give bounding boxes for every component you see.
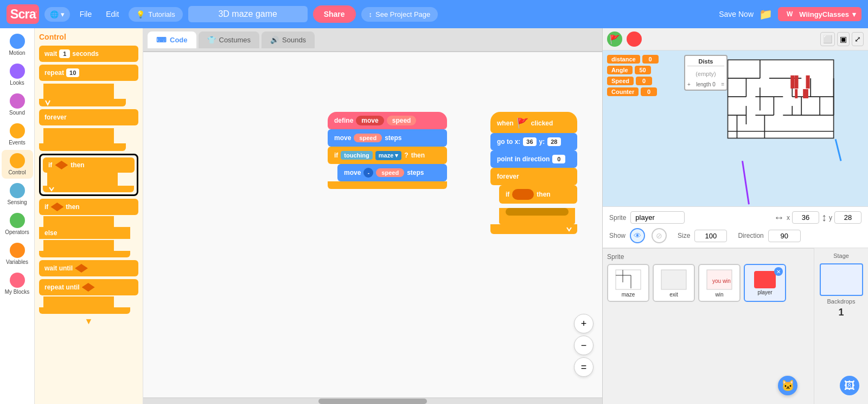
x-coord-input[interactable] bbox=[792, 211, 819, 224]
tab-sounds[interactable]: 🔊 Sounds bbox=[261, 31, 315, 48]
editor-canvas[interactable]: define move speed move speed steps if to… bbox=[143, 52, 602, 404]
var-angle: Angle 50 bbox=[607, 66, 659, 74]
tab-code[interactable]: ⌨ Code bbox=[148, 31, 196, 48]
forever-block[interactable]: forever bbox=[39, 109, 138, 125]
dists-list: Dists (empty) + length 0 = bbox=[684, 55, 727, 91]
project-name-input[interactable] bbox=[188, 6, 308, 22]
sensing-dot bbox=[10, 183, 25, 198]
wait-block[interactable]: wait 1 seconds bbox=[39, 46, 138, 62]
svg-rect-33 bbox=[661, 270, 686, 289]
topbar: Scratch 🌐 ▾ File Edit 💡 Tutorials Share … bbox=[0, 0, 868, 28]
add-sprite-button[interactable]: 🐱 bbox=[778, 376, 797, 395]
sidebar-item-myblocks[interactable]: My Blocks bbox=[2, 269, 33, 298]
zoom-out-button[interactable]: − bbox=[574, 336, 593, 355]
inner-block: move - speed steps bbox=[337, 164, 447, 181]
move-neg-speed-block[interactable]: move - speed steps bbox=[337, 164, 447, 181]
remix-icon: ↕ bbox=[369, 10, 373, 18]
zoom-in-button[interactable]: + bbox=[574, 314, 593, 333]
horizontal-scrollbar[interactable] bbox=[143, 397, 602, 404]
sidebar-item-variables[interactable]: Variables bbox=[2, 239, 33, 268]
sprite-name-input[interactable] bbox=[630, 211, 685, 224]
var-distance: distance 0 bbox=[607, 55, 659, 64]
sound-label: Sound bbox=[9, 110, 25, 116]
small-view-button[interactable]: ⬜ bbox=[820, 32, 835, 46]
ifelse-body1 bbox=[43, 216, 114, 227]
view-controls: ⬜ ▣ ⤢ bbox=[820, 32, 864, 46]
direction-input[interactable] bbox=[768, 230, 801, 242]
user-avatar[interactable]: W WiingyClasses ▾ bbox=[778, 7, 861, 21]
sidebar-item-operators[interactable]: Operators bbox=[2, 210, 33, 238]
forever-block-editor[interactable]: forever bbox=[490, 168, 577, 185]
point-direction-block[interactable]: point in direction 0 bbox=[490, 150, 577, 168]
editor-area: ⌨ Code 👕 Costumes 🔊 Sounds define move s… bbox=[143, 28, 602, 404]
folder-icon[interactable]: 📁 bbox=[759, 8, 773, 21]
fullscreen-button[interactable]: ⤢ bbox=[852, 32, 864, 46]
sprite-thumb-exit[interactable]: exit bbox=[653, 264, 695, 302]
variables-display: distance 0 Angle 50 Speed 0 Counter 0 bbox=[607, 55, 659, 96]
sound-dot bbox=[10, 93, 25, 109]
wait-until-block[interactable]: wait until bbox=[39, 260, 138, 276]
inner-if-block[interactable]: if then bbox=[499, 185, 577, 204]
tab-costumes[interactable]: 👕 Costumes bbox=[199, 31, 260, 48]
scratch-logo[interactable]: Scratch bbox=[7, 4, 39, 24]
svg-text:▐▌▐: ▐▌▐ bbox=[787, 75, 810, 89]
delete-sprite-icon[interactable]: ✕ bbox=[774, 267, 783, 276]
define-block[interactable]: define move speed bbox=[328, 112, 447, 129]
y-coord-input[interactable] bbox=[834, 211, 861, 224]
stage-label: Stage bbox=[833, 252, 849, 259]
stage-canvas[interactable]: distance 0 Angle 50 Speed 0 Counter 0 bbox=[603, 50, 868, 206]
variables-dot bbox=[10, 243, 25, 258]
looks-label: Looks bbox=[10, 80, 24, 86]
if-inner-body bbox=[499, 208, 575, 224]
when-flag-clicked[interactable]: when 🚩 clicked bbox=[490, 112, 577, 133]
sidebar-item-control[interactable]: Control bbox=[2, 150, 33, 179]
repeat-block[interactable]: repeat 10 bbox=[39, 65, 138, 81]
if-else-block[interactable]: if then bbox=[39, 199, 138, 215]
stage-thumbnail[interactable] bbox=[820, 263, 863, 296]
sprite-thumb-player[interactable]: ✕ player bbox=[744, 264, 786, 302]
player-sprite-preview bbox=[754, 271, 776, 288]
repeat-until-block[interactable]: repeat until bbox=[39, 279, 138, 295]
if-touching-block[interactable]: if touching maze ▾ ? then bbox=[328, 147, 447, 164]
edit-menu[interactable]: Edit bbox=[101, 7, 123, 22]
size-input[interactable] bbox=[694, 230, 727, 242]
sidebar-item-looks[interactable]: Looks bbox=[2, 60, 33, 89]
file-menu[interactable]: File bbox=[75, 7, 97, 22]
tutorials-button[interactable]: 💡 Tutorials bbox=[129, 7, 182, 22]
sidebar-item-sensing[interactable]: Sensing bbox=[2, 180, 33, 209]
if-then-highlighted[interactable]: if then bbox=[39, 154, 138, 196]
blocks-panel-title: Control bbox=[39, 33, 138, 41]
motion-label: Motion bbox=[9, 50, 25, 56]
see-project-button[interactable]: ↕ See Project Page bbox=[361, 7, 438, 22]
globe-button[interactable]: 🌐 ▾ bbox=[44, 7, 70, 22]
sidebar-item-motion[interactable]: Motion bbox=[2, 30, 33, 59]
sprite-thumb-win[interactable]: you win win bbox=[698, 264, 741, 302]
sidebar-item-sound[interactable]: Sound bbox=[2, 90, 33, 119]
control-dot bbox=[10, 153, 25, 168]
green-flag-button[interactable]: 🚩 bbox=[607, 31, 622, 47]
show-button[interactable]: 👁 bbox=[630, 228, 645, 243]
forever-bottom bbox=[39, 143, 126, 151]
condition-oval bbox=[512, 189, 534, 200]
stage-controls: 🚩 ⬜ ▣ ⤢ bbox=[603, 28, 868, 50]
share-button[interactable]: Share bbox=[313, 5, 356, 23]
goto-block[interactable]: go to x: 36 y: 28 bbox=[490, 133, 577, 150]
move-speed-block[interactable]: move speed steps bbox=[328, 129, 447, 147]
reset-zoom-button[interactable]: = bbox=[574, 357, 593, 377]
sidebar-item-events[interactable]: Events bbox=[2, 120, 33, 149]
backdrops-count: 1 bbox=[838, 307, 844, 318]
add-backdrop-button[interactable]: 🖼 bbox=[840, 376, 859, 395]
sprite-thumb-maze[interactable]: maze bbox=[607, 264, 649, 302]
events-dot bbox=[10, 123, 25, 138]
if-close bbox=[328, 181, 447, 189]
myblocks-dot bbox=[10, 273, 25, 288]
define-block-group: define move speed move speed steps if to… bbox=[328, 112, 447, 189]
sprite-props-row: Show 👁 ⊘ Size Direction bbox=[609, 228, 861, 243]
blocks-panel: Control wait 1 seconds repeat 10 forever… bbox=[35, 28, 143, 404]
large-view-button[interactable]: ▣ bbox=[837, 32, 850, 46]
arrows-icon: ↔ bbox=[774, 211, 784, 224]
hide-button[interactable]: ⊘ bbox=[652, 228, 667, 243]
sounds-icon: 🔊 bbox=[270, 36, 279, 44]
save-now-button[interactable]: Save Now bbox=[719, 10, 754, 18]
stop-button[interactable] bbox=[627, 31, 642, 47]
